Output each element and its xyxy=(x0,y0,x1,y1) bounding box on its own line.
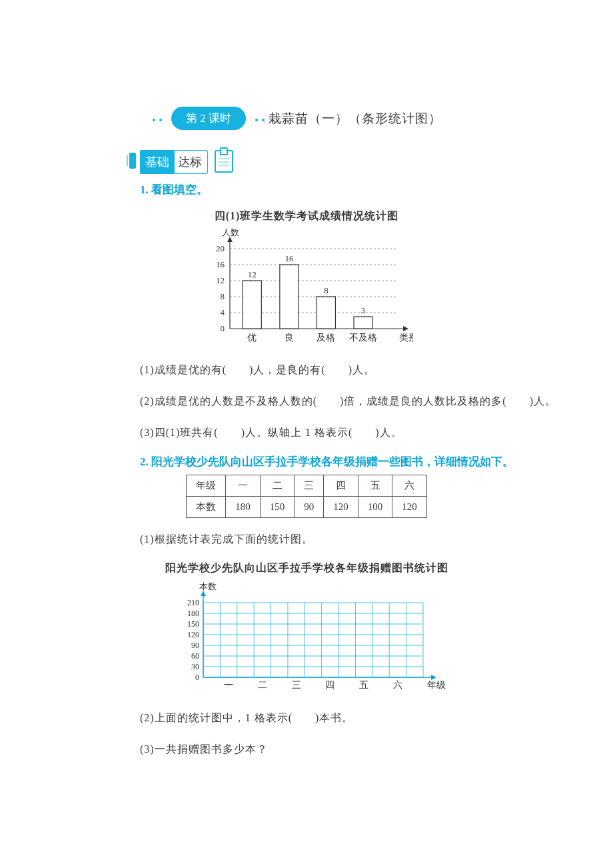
table-value-cell: 120 xyxy=(324,497,358,518)
svg-text:本数: 本数 xyxy=(199,581,217,591)
svg-text:60: 60 xyxy=(191,651,199,661)
svg-text:3: 3 xyxy=(361,305,366,315)
svg-text:4: 4 xyxy=(221,307,225,317)
svg-text:四: 四 xyxy=(325,680,334,690)
q1-bar-chart: 048121620人数12优16良8及格3不及格类别 xyxy=(200,229,413,349)
svg-text:良: 良 xyxy=(285,333,294,343)
svg-text:20: 20 xyxy=(216,243,225,253)
q2-sub1: (1)根据统计表完成下面的统计图。 xyxy=(140,530,573,549)
svg-text:二: 二 xyxy=(258,680,267,690)
q2-grid-chart: 0306090120150180210本数一二三四五六年级 xyxy=(167,581,446,694)
table-header-label: 年级 xyxy=(187,475,226,497)
svg-text:五: 五 xyxy=(359,680,368,690)
q1-heading: 1. 看图填空。 xyxy=(140,182,573,197)
svg-text:210: 210 xyxy=(187,598,199,607)
svg-rect-16 xyxy=(243,281,261,329)
q1-chart-title: 四(1)班学生数学考试成绩情况统计图 xyxy=(40,209,573,223)
svg-text:0: 0 xyxy=(195,673,199,682)
svg-text:类别: 类别 xyxy=(399,333,413,343)
q1-sub3: (3)四(1)班共有( )人。纵轴上 1 格表示( )人。 xyxy=(140,423,573,443)
clipboard-icon xyxy=(215,150,233,173)
q2-sub2: (2)上面的统计图中，1 格表示( )本书。 xyxy=(140,709,573,728)
lesson-title: 栽蒜苗（一）（条形统计图） xyxy=(269,111,442,125)
table-row-label: 本数 xyxy=(187,497,226,518)
table-header-cell: 二 xyxy=(260,475,295,497)
badge-dabiao: 达标 xyxy=(172,150,208,174)
table-value-cell: 90 xyxy=(295,497,324,518)
svg-text:150: 150 xyxy=(187,619,199,629)
q1-sub1: (1)成绩是优的有( )人，是良的有( )人。 xyxy=(140,361,573,380)
q1-sub2: (2)成绩是优的人数是不及格人数的( )倍，成绩是良的人数比及格的多( )人。 xyxy=(140,392,573,411)
svg-text:一: 一 xyxy=(224,680,233,690)
table-header-cell: 六 xyxy=(392,475,427,497)
svg-text:优: 优 xyxy=(247,333,257,343)
svg-text:30: 30 xyxy=(191,662,199,671)
svg-text:人数: 人数 xyxy=(222,229,239,237)
table-value-cell: 150 xyxy=(260,497,295,518)
svg-text:0: 0 xyxy=(221,323,225,333)
svg-marker-54 xyxy=(431,675,436,680)
svg-text:12: 12 xyxy=(216,275,225,285)
svg-text:8: 8 xyxy=(324,285,328,295)
svg-text:及格: 及格 xyxy=(316,333,335,343)
lesson-pill: 第 2 课时 xyxy=(171,107,246,130)
q2-sub3: (3)一共捐赠图书多少本？ xyxy=(140,740,573,759)
svg-rect-25 xyxy=(354,317,372,329)
table-header-cell: 三 xyxy=(295,475,324,497)
table-header-cell: 一 xyxy=(226,475,261,497)
table-header-cell: 四 xyxy=(324,475,358,497)
svg-text:90: 90 xyxy=(191,641,199,650)
lesson-header: 第 2 课时 栽蒜苗（一）（条形统计图） xyxy=(40,107,573,130)
svg-text:120: 120 xyxy=(187,630,199,639)
svg-text:8: 8 xyxy=(221,291,225,301)
svg-text:三: 三 xyxy=(292,680,301,690)
table-value-cell: 180 xyxy=(226,497,261,518)
svg-marker-52 xyxy=(201,591,206,596)
svg-text:不及格: 不及格 xyxy=(349,333,377,343)
svg-rect-19 xyxy=(280,265,299,329)
q2-heading: 2. 阳光学校少先队向山区手拉手学校各年级捐赠一些图书，详细情况如下。 xyxy=(140,454,573,469)
svg-rect-22 xyxy=(316,297,335,329)
table-value-cell: 120 xyxy=(392,497,427,518)
svg-text:年级: 年级 xyxy=(427,680,446,690)
badge-jichu: 基础 xyxy=(140,150,175,174)
q2-chart-title: 阳光学校少先队向山区手拉手学校各年级捐赠图书统计图 xyxy=(40,561,573,575)
section-badge-row: 基础达标 xyxy=(140,150,573,174)
svg-text:六: 六 xyxy=(393,680,402,690)
svg-marker-3 xyxy=(403,326,408,331)
q2-data-table: 年级一二三四五六 本数18015090120100120 xyxy=(186,475,427,518)
svg-text:16: 16 xyxy=(285,253,294,263)
svg-text:180: 180 xyxy=(187,609,199,618)
svg-text:16: 16 xyxy=(216,259,225,269)
table-header-cell: 五 xyxy=(358,475,392,497)
table-value-cell: 100 xyxy=(358,497,392,518)
svg-text:12: 12 xyxy=(248,269,257,279)
svg-marker-1 xyxy=(227,237,233,242)
